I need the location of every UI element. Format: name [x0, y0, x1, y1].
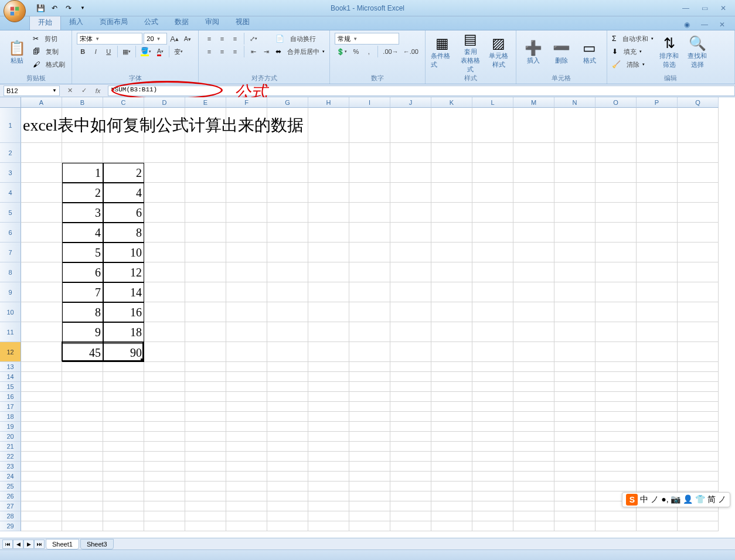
- column-header[interactable]: M: [513, 97, 554, 108]
- cell[interactable]: [144, 372, 185, 382]
- row-header[interactable]: 4: [0, 183, 21, 203]
- cell[interactable]: [554, 462, 596, 472]
- cell[interactable]: [554, 282, 596, 302]
- cell[interactable]: [596, 322, 637, 342]
- delete-cells-button[interactable]: ➖删除: [549, 33, 574, 71]
- cell[interactable]: [390, 382, 431, 392]
- grow-font-button[interactable]: A▴: [168, 33, 181, 45]
- row-header[interactable]: 10: [0, 302, 21, 322]
- cell[interactable]: [308, 501, 349, 511]
- cell[interactable]: [596, 382, 637, 392]
- cell[interactable]: [554, 392, 596, 402]
- cell[interactable]: [596, 372, 637, 382]
- cell[interactable]: [513, 143, 554, 163]
- cell[interactable]: [513, 452, 554, 462]
- cell[interactable]: [226, 442, 267, 452]
- cell[interactable]: [349, 511, 390, 521]
- sheet-nav-button[interactable]: ⏮: [2, 539, 13, 549]
- select-all-corner[interactable]: [0, 97, 21, 108]
- increase-decimal-button[interactable]: .00→: [381, 46, 400, 57]
- cell[interactable]: [678, 108, 719, 143]
- sum-cell[interactable]: 90: [103, 342, 144, 362]
- cell[interactable]: [390, 163, 431, 183]
- cell[interactable]: [308, 282, 349, 302]
- cancel-formula-icon[interactable]: ✕: [64, 86, 75, 96]
- cell[interactable]: [472, 491, 513, 501]
- cell[interactable]: [144, 402, 185, 412]
- format-as-table-button[interactable]: ▤套用 表格格式: [458, 33, 483, 71]
- cell[interactable]: [144, 262, 185, 282]
- cell[interactable]: [596, 402, 637, 412]
- cell[interactable]: [267, 501, 308, 511]
- cell[interactable]: [431, 402, 472, 412]
- cell[interactable]: [554, 402, 596, 412]
- cell[interactable]: [513, 432, 554, 442]
- cell[interactable]: [513, 521, 554, 531]
- cell[interactable]: [103, 472, 144, 482]
- cell[interactable]: [226, 342, 267, 362]
- cell[interactable]: [678, 422, 719, 432]
- cell[interactable]: [554, 511, 596, 521]
- data-cell[interactable]: 7: [62, 282, 103, 302]
- cell[interactable]: [554, 521, 596, 531]
- cell[interactable]: [144, 282, 185, 302]
- cell[interactable]: [472, 392, 513, 402]
- cell[interactable]: [513, 442, 554, 452]
- cell[interactable]: [144, 521, 185, 531]
- cell[interactable]: [678, 203, 719, 223]
- column-header[interactable]: F: [226, 97, 267, 108]
- cell[interactable]: [637, 382, 678, 392]
- cell[interactable]: [267, 372, 308, 382]
- cell[interactable]: [349, 412, 390, 422]
- cell[interactable]: [226, 501, 267, 511]
- data-cell[interactable]: 14: [103, 282, 144, 302]
- cell[interactable]: [637, 412, 678, 422]
- row-header[interactable]: 13: [0, 362, 21, 372]
- cell[interactable]: [472, 143, 513, 163]
- cell[interactable]: [678, 482, 719, 491]
- cell[interactable]: [144, 442, 185, 452]
- column-header[interactable]: K: [431, 97, 472, 108]
- cell[interactable]: [144, 322, 185, 342]
- data-cell[interactable]: 9: [62, 322, 103, 342]
- cell[interactable]: [62, 511, 103, 521]
- cell[interactable]: [431, 223, 472, 243]
- cell[interactable]: [267, 462, 308, 472]
- cell[interactable]: [349, 521, 390, 531]
- cell[interactable]: [21, 511, 62, 521]
- align-middle-button[interactable]: ≡: [216, 33, 228, 45]
- cell[interactable]: [62, 143, 103, 163]
- cell[interactable]: [554, 143, 596, 163]
- cell[interactable]: [144, 472, 185, 482]
- row-header[interactable]: 16: [0, 392, 21, 402]
- cell[interactable]: [472, 362, 513, 372]
- cell[interactable]: [226, 372, 267, 382]
- cell[interactable]: [308, 322, 349, 342]
- cell[interactable]: [431, 392, 472, 402]
- cell[interactable]: [185, 462, 226, 472]
- cell[interactable]: [144, 243, 185, 262]
- cell[interactable]: [554, 472, 596, 482]
- cell[interactable]: [513, 422, 554, 432]
- cell[interactable]: [637, 442, 678, 452]
- cell[interactable]: [144, 382, 185, 392]
- cell[interactable]: [513, 342, 554, 362]
- cell[interactable]: [554, 223, 596, 243]
- cell[interactable]: [267, 183, 308, 203]
- cell[interactable]: [103, 462, 144, 472]
- cell[interactable]: [637, 392, 678, 402]
- spreadsheet-grid[interactable]: ABCDEFGHIJKLMNOPQ 1234567891011121314151…: [0, 97, 735, 542]
- redo-icon[interactable]: ↷: [62, 2, 75, 15]
- cell[interactable]: [267, 143, 308, 163]
- cell[interactable]: [554, 412, 596, 422]
- cell[interactable]: [185, 402, 226, 412]
- cell[interactable]: [308, 521, 349, 531]
- cell[interactable]: [513, 183, 554, 203]
- cell[interactable]: [349, 452, 390, 462]
- align-left-button[interactable]: ≡: [203, 46, 215, 57]
- cell[interactable]: [554, 452, 596, 462]
- cell[interactable]: [554, 372, 596, 382]
- cell[interactable]: [185, 521, 226, 531]
- cell[interactable]: [678, 432, 719, 442]
- cell[interactable]: [554, 163, 596, 183]
